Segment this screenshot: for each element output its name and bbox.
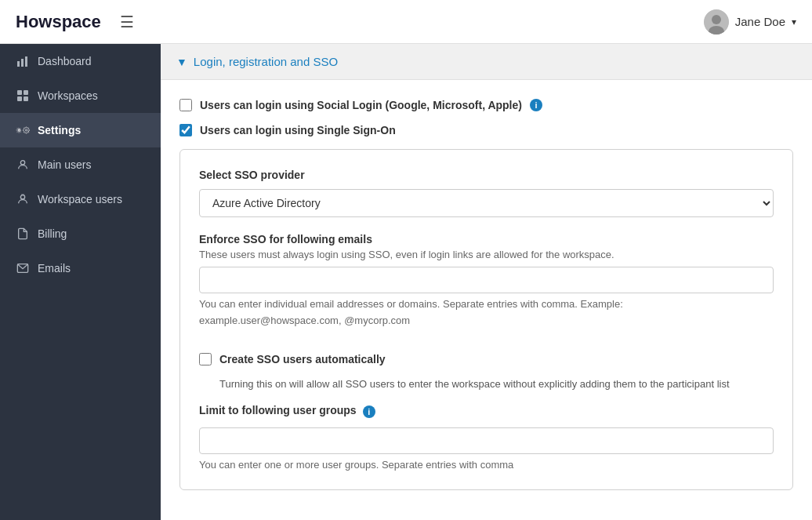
grid-icon (16, 89, 30, 103)
svg-rect-4 (21, 59, 24, 67)
chevron-down-icon: ▾ (792, 16, 796, 27)
limit-groups-input[interactable] (199, 427, 774, 454)
svg-rect-13 (21, 194, 24, 195)
svg-rect-7 (24, 90, 28, 95)
limit-label-row: Limit to following user groups i (199, 404, 774, 420)
sidebar: Dashboard Workspaces Settings Main users (0, 44, 161, 520)
sidebar-item-workspace-users-label: Workspace users (38, 193, 122, 205)
envelope-icon (16, 261, 30, 275)
svg-rect-3 (17, 61, 20, 67)
sidebar-item-emails-label: Emails (38, 262, 71, 275)
svg-point-12 (20, 195, 24, 199)
sso-settings-block: Select SSO provider Azure Active Directo… (179, 149, 793, 490)
sidebar-item-billing[interactable]: Billing (0, 216, 161, 251)
create-auto-row: Create SSO users automatically (199, 353, 774, 365)
enforce-label: Enforce SSO for following emails (199, 233, 774, 245)
person-badge-icon (16, 192, 30, 206)
chart-icon (16, 54, 30, 68)
provider-label: Select SSO provider (199, 169, 774, 181)
main-content-area: ▼ Login, registration and SSO Users can … (161, 44, 812, 520)
sso-login-checkbox[interactable] (179, 124, 192, 136)
gear-icon (16, 123, 30, 137)
sidebar-item-workspaces-label: Workspaces (38, 89, 98, 102)
username-label: Jane Doe (735, 15, 785, 28)
sidebar-item-main-users-label: Main users (38, 158, 91, 171)
settings-content-panel: Users can login using Social Login (Goog… (161, 80, 812, 520)
svg-point-11 (20, 161, 24, 165)
sidebar-item-workspace-users[interactable]: Workspace users (0, 182, 161, 216)
app-header: Howspace ☰ Jane Doe ▾ (0, 0, 812, 44)
svg-point-10 (25, 129, 27, 131)
sso-provider-select[interactable]: Azure Active Directory Google Okta SAML (199, 189, 774, 217)
collapse-icon[interactable]: ▼ (176, 56, 187, 68)
sso-login-label[interactable]: Users can login using Single Sign-On (200, 124, 396, 136)
user-menu[interactable]: Jane Doe ▾ (704, 9, 796, 35)
enforce-email-input[interactable] (199, 267, 774, 293)
social-login-row: Users can login using Social Login (Goog… (179, 99, 793, 111)
social-login-label[interactable]: Users can login using Social Login (Goog… (200, 99, 522, 111)
person-icon (16, 158, 30, 172)
sso-row: Users can login using Single Sign-On (179, 124, 793, 136)
create-auto-checkbox[interactable] (199, 353, 212, 365)
limit-label: Limit to following user groups (199, 404, 357, 416)
social-login-checkbox[interactable] (179, 99, 192, 111)
sidebar-item-dashboard-label: Dashboard (38, 55, 92, 67)
main-layout: Dashboard Workspaces Settings Main users (0, 44, 812, 520)
sidebar-item-settings-label: Settings (38, 124, 81, 136)
avatar (704, 9, 729, 35)
limit-info-icon[interactable]: i (363, 405, 375, 418)
svg-rect-5 (25, 56, 27, 67)
section-title: Login, registration and SSO (194, 55, 338, 68)
svg-rect-6 (17, 90, 22, 95)
social-login-info-icon[interactable]: i (530, 99, 542, 111)
sidebar-item-main-users[interactable]: Main users (0, 147, 161, 182)
file-icon (16, 227, 30, 241)
svg-point-1 (712, 15, 721, 24)
sidebar-item-settings[interactable]: Settings (0, 113, 161, 147)
svg-rect-8 (17, 96, 22, 101)
sidebar-item-billing-label: Billing (38, 227, 67, 240)
menu-icon[interactable]: ☰ (120, 13, 134, 31)
section-header: ▼ Login, registration and SSO (161, 44, 812, 80)
create-auto-label[interactable]: Create SSO users automatically (219, 353, 386, 365)
enforce-hint-line2: example.user@howspace.com, @mycorp.com (199, 315, 774, 326)
enforce-hint-line1: You can enter individual email addresses… (199, 298, 774, 310)
sidebar-item-emails[interactable]: Emails (0, 251, 161, 285)
limit-hint: You can enter one or more user groups. S… (199, 459, 774, 471)
sidebar-item-dashboard[interactable]: Dashboard (0, 44, 161, 78)
svg-rect-9 (24, 96, 28, 101)
create-auto-desc: Turning this on will allow all SSO users… (219, 378, 774, 390)
app-logo: Howspace (16, 12, 101, 32)
sidebar-item-workspaces[interactable]: Workspaces (0, 78, 161, 113)
enforce-desc: These users must always login using SSO,… (199, 249, 774, 260)
enforce-sso-section: Enforce SSO for following emails These u… (199, 233, 774, 326)
